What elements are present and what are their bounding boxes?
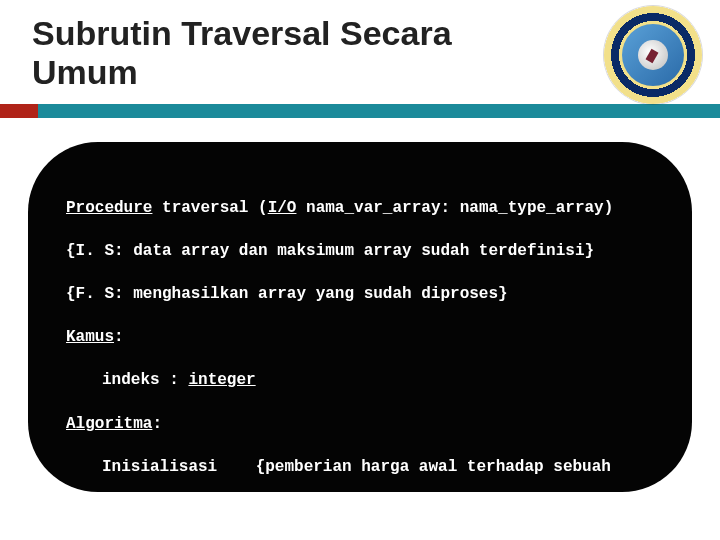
kw-procedure: Procedure: [66, 199, 152, 217]
pseudocode: Procedure traversal (I/O nama_var_array:…: [66, 176, 658, 540]
accent-red-block: [0, 104, 38, 118]
proc-name: traversal (: [152, 199, 267, 217]
init-comment2: variabel}: [66, 500, 658, 522]
colon2: :: [152, 415, 162, 433]
init-comment1: {pemberian harga awal terhadap sebuah: [256, 458, 611, 476]
proc-sig-rest: nama_var_array: nama_type_array): [296, 199, 613, 217]
init-label: Inisialisasi: [102, 458, 217, 476]
kw-kamus: Kamus: [66, 328, 114, 346]
kamus-line: indeks :: [102, 371, 188, 389]
kw-algoritma: Algoritma: [66, 415, 152, 433]
university-logo: [604, 6, 702, 104]
initial-state: {I. S: data array dan maksimum array sud…: [66, 241, 658, 263]
final-state: {F. S: menghasilkan array yang sudah dip…: [66, 284, 658, 306]
slide-title: Subrutin Traversal Secara Umum: [32, 14, 560, 92]
code-panel: Procedure traversal (I/O nama_var_array:…: [28, 142, 692, 492]
kw-io: I/O: [268, 199, 297, 217]
colon1: :: [114, 328, 124, 346]
accent-bar: [0, 104, 720, 118]
kw-integer: integer: [188, 371, 255, 389]
